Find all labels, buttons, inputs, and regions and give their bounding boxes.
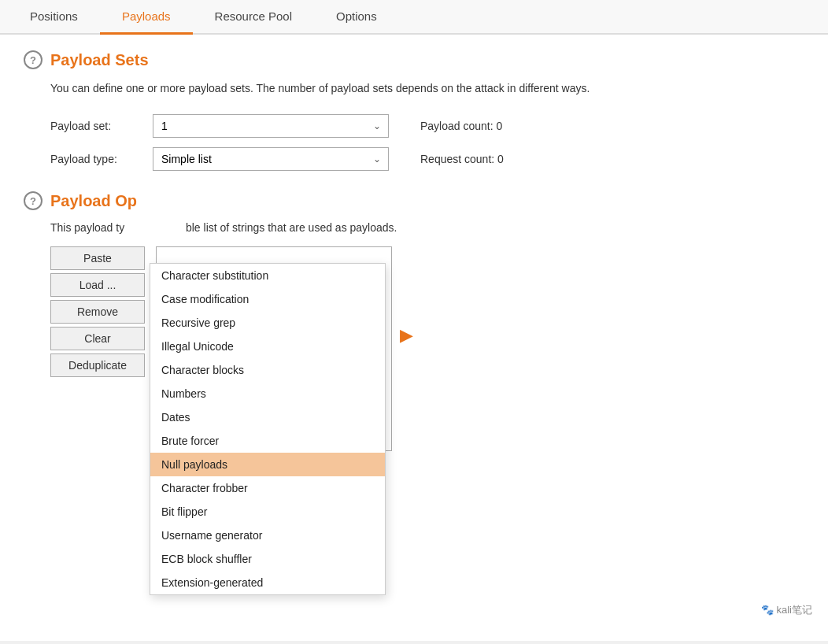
help-icon-payload-options[interactable]: ? xyxy=(24,191,43,210)
dropdown-item-case-mod[interactable]: Case modification xyxy=(150,287,385,311)
dropdown-item-extension-gen[interactable]: Extension-generated xyxy=(150,571,385,594)
dropdown-item-dates[interactable]: Dates xyxy=(150,405,385,429)
dropdown-item-null-payloads[interactable]: Null payloads xyxy=(150,453,385,476)
dropdown-item-username-gen[interactable]: Username generator xyxy=(150,524,385,547)
dropdown-item-bit-flipper[interactable]: Bit flipper xyxy=(150,500,385,524)
payload-set-row: Payload set: 1 2 3 ⌄ Payload count: 0 xyxy=(50,114,804,138)
payload-type-select-wrapper: Simple list ⌄ xyxy=(153,147,389,171)
payload-options-text-1: This payload ty xyxy=(50,221,124,234)
payload-options-title: Payload Op xyxy=(50,192,137,210)
payload-set-select[interactable]: 1 2 3 xyxy=(153,114,389,138)
main-content: ? Payload Sets You can define one or mor… xyxy=(0,35,828,641)
payload-sets-header: ? Payload Sets xyxy=(24,50,804,69)
dropdown-item-recursive-grep[interactable]: Recursive grep xyxy=(150,311,385,335)
paste-button[interactable]: Paste xyxy=(50,246,145,270)
dropdown-item-char-sub[interactable]: Character substitution xyxy=(150,264,385,287)
tab-bar: Positions Payloads Resource Pool Options xyxy=(0,0,828,35)
dropdown-item-char-frobber[interactable]: Character frobber xyxy=(150,476,385,500)
payload-buttons-group: Paste Load ... Remove Clear Deduplicate xyxy=(50,246,145,451)
clear-button[interactable]: Clear xyxy=(50,327,145,350)
watermark: 🐾 kali笔记 xyxy=(761,603,812,617)
tab-resource-pool[interactable]: Resource Pool xyxy=(193,0,314,35)
arrow-icon: ▶ xyxy=(400,325,413,451)
payload-type-select[interactable]: Simple list xyxy=(153,147,389,171)
payload-options-description: This payload ty ble list of strings that… xyxy=(50,221,804,234)
payload-set-label: Payload set: xyxy=(50,120,153,132)
payload-type-dropdown: Character substitution Case modification… xyxy=(150,263,386,595)
tab-payloads[interactable]: Payloads xyxy=(100,0,193,35)
dropdown-item-char-blocks[interactable]: Character blocks xyxy=(150,358,385,382)
help-icon-payload-sets[interactable]: ? xyxy=(24,50,43,69)
payload-sets-description: You can define one or more payload sets.… xyxy=(50,80,804,97)
payload-type-label: Payload type: xyxy=(50,153,153,165)
payload-count-label: Payload count: 0 xyxy=(420,120,502,132)
load-button[interactable]: Load ... xyxy=(50,273,145,297)
payload-options-text-2: ble list of strings that are used as pay… xyxy=(186,221,397,234)
remove-button[interactable]: Remove xyxy=(50,300,145,324)
payload-set-select-wrapper: 1 2 3 ⌄ xyxy=(153,114,389,138)
payload-options-section: ? Payload Op This payload ty ble list of… xyxy=(24,191,804,451)
request-count-label: Request count: 0 xyxy=(420,153,504,165)
payload-type-row: Payload type: Simple list ⌄ Request coun… xyxy=(50,147,804,171)
dropdown-item-illegal-unicode[interactable]: Illegal Unicode xyxy=(150,335,385,358)
tab-positions[interactable]: Positions xyxy=(8,0,100,35)
dropdown-item-brute-forcer[interactable]: Brute forcer xyxy=(150,429,385,453)
dropdown-item-ecb-block[interactable]: ECB block shuffler xyxy=(150,547,385,571)
tab-options[interactable]: Options xyxy=(314,0,399,35)
deduplicate-button[interactable]: Deduplicate xyxy=(50,353,145,377)
payload-sets-title: Payload Sets xyxy=(50,51,149,69)
payload-options-header: ? Payload Op xyxy=(24,191,804,210)
dropdown-item-numbers[interactable]: Numbers xyxy=(150,382,385,405)
